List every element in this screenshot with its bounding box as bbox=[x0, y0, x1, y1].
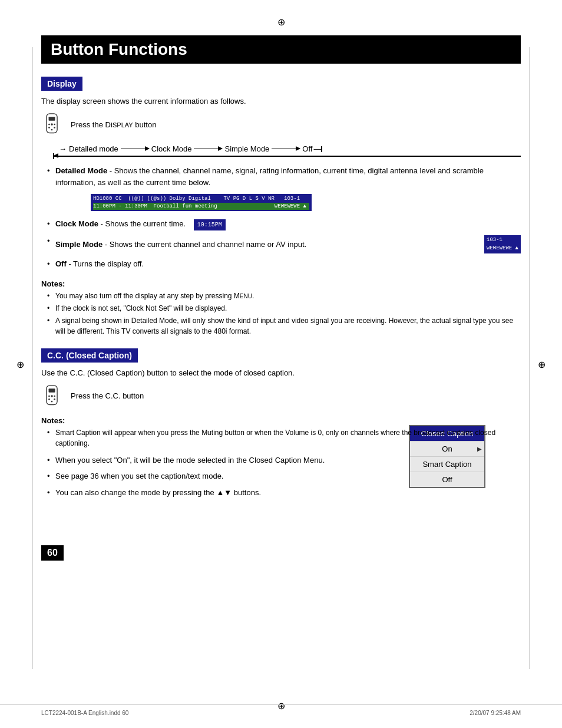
page-number-container: 60 bbox=[41, 533, 521, 561]
page-number: 60 bbox=[41, 545, 64, 561]
display-note-3: A signal being shown in Detailed Mode, w… bbox=[47, 315, 521, 337]
side-mark-right: ⊕ bbox=[538, 358, 546, 370]
page-title: Button Functions bbox=[41, 35, 521, 64]
svg-rect-1 bbox=[49, 117, 55, 120]
page-container: ⊕ ⊕ ⊕ Button Functions Display The displ… bbox=[0, 0, 562, 728]
left-border-line bbox=[32, 47, 33, 669]
bullet-off: Off - Turns the display off. bbox=[47, 258, 521, 270]
flow-step2: Clock Mode bbox=[151, 144, 192, 153]
cc-notes-title: Notes: bbox=[41, 416, 521, 425]
bullet-detailed-mode: Detailed Mode - Shows the channel, chann… bbox=[47, 165, 521, 213]
display-intro: The display screen shows the current inf… bbox=[41, 97, 521, 106]
flow-diagram: → Detailed mode Clock Mode Simple Mode bbox=[47, 144, 521, 159]
channel-display: 103-1WEWEWEWE ▲ bbox=[484, 235, 521, 253]
cc-note-1: Smart Caption will appear when you press… bbox=[47, 427, 521, 449]
display-press-row: Press the DISPLAY button bbox=[41, 113, 521, 136]
svg-point-7 bbox=[54, 124, 55, 126]
flow-arrow3 bbox=[270, 149, 301, 150]
display-heading: Display bbox=[41, 77, 82, 91]
svg-point-15 bbox=[54, 395, 55, 397]
flow-arrow1 bbox=[120, 149, 150, 150]
svg-point-14 bbox=[48, 395, 50, 397]
display-press-label: Press the DISPLAY button bbox=[71, 120, 156, 129]
flow-step3: Simple Mode bbox=[224, 144, 269, 153]
cc-section: C.C. (Closed Caption) Use the C.C. (Clos… bbox=[41, 348, 521, 499]
display-notes-title: Notes: bbox=[41, 279, 521, 288]
svg-rect-9 bbox=[49, 388, 55, 392]
osd-row2: 11:00PM - 11:30PM Football fun meeting W… bbox=[93, 203, 309, 210]
bullet-simple-mode: Simple Mode - Shows the current channel … bbox=[47, 235, 521, 253]
clock-display: 10:15PM bbox=[194, 219, 226, 230]
display-note-2: If the clock is not set, "Clock Not Set"… bbox=[47, 303, 521, 314]
display-notes: Notes: You may also turn off the display… bbox=[41, 279, 521, 337]
svg-point-10 bbox=[51, 395, 53, 397]
cc-note-3: See page 36 when you set the caption/tex… bbox=[47, 470, 521, 482]
svg-point-5 bbox=[51, 129, 53, 131]
flow-step1: Detailed mode bbox=[69, 144, 118, 153]
remote-icon bbox=[41, 113, 62, 136]
cc-press-label: Press the C.C. button bbox=[71, 391, 144, 400]
svg-point-4 bbox=[54, 127, 55, 129]
side-mark-left: ⊕ bbox=[16, 358, 24, 370]
top-center-mark: ⊕ bbox=[277, 17, 285, 28]
osd-display: HD1080 CC ((@)) ((@s)) Dolby Digital TV … bbox=[91, 194, 312, 211]
cc-intro: Use the C.C. (Closed Caption) button to … bbox=[41, 368, 521, 377]
display-bullets: Detailed Mode - Shows the channel, chann… bbox=[41, 165, 521, 270]
right-border-line bbox=[529, 47, 530, 669]
osd-row1: HD1080 CC ((@)) ((@s)) Dolby Digital TV … bbox=[93, 195, 309, 203]
cc-heading: C.C. (Closed Caption) bbox=[41, 348, 138, 363]
footer: LCT2224-001B-A English.indd 60 2/20/07 9… bbox=[0, 704, 562, 716]
footer-right: 2/20/07 9:25:48 AM bbox=[470, 710, 521, 716]
display-section: Display The display screen shows the cur… bbox=[41, 77, 521, 337]
footer-left: LCT2224-001B-A English.indd 60 bbox=[41, 710, 128, 716]
svg-point-3 bbox=[48, 127, 50, 129]
svg-point-12 bbox=[54, 398, 55, 400]
flow-arrow2 bbox=[193, 149, 223, 150]
svg-point-6 bbox=[48, 124, 50, 126]
svg-point-11 bbox=[48, 398, 50, 400]
svg-point-2 bbox=[51, 123, 53, 126]
cc-remote-icon bbox=[41, 384, 62, 408]
cc-note-2: When you select "On", it will be the mod… bbox=[47, 454, 521, 466]
flow-step4: Off bbox=[302, 144, 312, 153]
svg-point-13 bbox=[51, 400, 53, 402]
bullet-clock-mode: Clock Mode - Shows the current time. 10:… bbox=[47, 218, 521, 230]
cc-note-4: You can also change the mode by pressing… bbox=[47, 487, 521, 499]
display-note-1: You may also turn off the display at any… bbox=[47, 291, 521, 301]
cc-press-row: Press the C.C. button bbox=[41, 384, 521, 408]
